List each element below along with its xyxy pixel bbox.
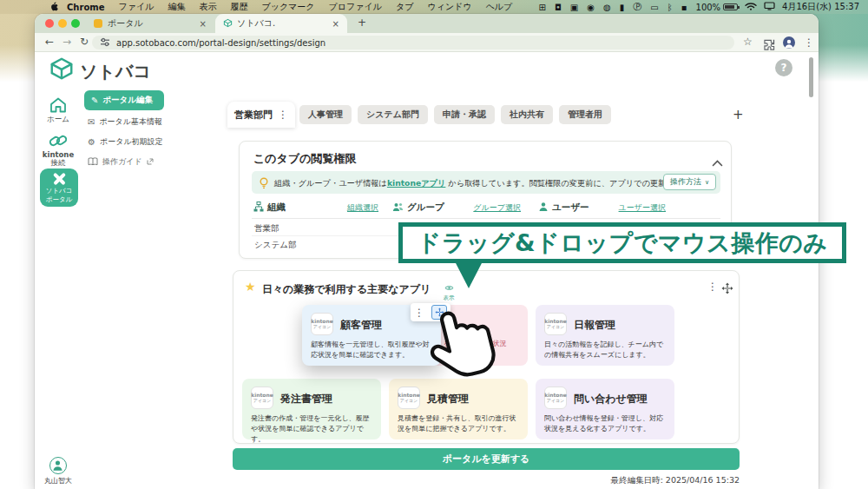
traffic-minimize-button[interactable] (58, 19, 67, 28)
howto-label: 操作方法 (670, 176, 701, 188)
group-select-link[interactable]: グループ選択 (473, 202, 521, 214)
url-text: app.sotobaco.com/portal-design/settings/… (116, 38, 326, 48)
org-row: 営業部 (254, 223, 279, 235)
portal-tab-system[interactable]: システム部門 (358, 105, 428, 124)
close-icon[interactable]: × (332, 19, 339, 29)
menubar-clock[interactable]: 4月16日(水) 15:37 (782, 1, 859, 13)
archive-icon[interactable]: ▣ (570, 3, 578, 12)
card-description: 発注書の作成・管理を一元化し、履歴や状況を簡単に確認できるアプリです。 (251, 413, 375, 445)
browser-tab-sotobaco[interactable]: ソトバコ. × (215, 14, 347, 33)
menubar-item-edit[interactable]: 編集 (161, 1, 192, 13)
info-icon[interactable]: ◍ (603, 3, 611, 12)
user-select-link[interactable]: ユーザー選択 (619, 202, 666, 214)
new-tab-icon[interactable]: + (358, 17, 366, 29)
profile-avatar[interactable] (783, 36, 795, 49)
user-label: ユーザー (552, 202, 589, 214)
app-card-daily-report[interactable]: kintoneアイコン 日報管理 日々の活動報告を記録し、チーム内での情報共有を… (536, 305, 674, 366)
kintone-app-link[interactable]: kintoneアプリ (387, 178, 445, 188)
page-scrollbar[interactable] (809, 57, 813, 97)
bookmark-star-icon[interactable]: ☆ (743, 36, 753, 48)
nav-label: 操作ガイド (102, 156, 142, 168)
parallels-icon[interactable]: Ⓟ (633, 1, 641, 13)
chevron-down-icon: ∨ (705, 179, 709, 186)
nav-item-portal-edit[interactable]: ✎ ポータル編集 (84, 90, 164, 110)
update-portal-button[interactable]: ポータルを更新する (233, 448, 740, 470)
sotobaco-favicon (223, 18, 233, 30)
battery-percent: 100% (696, 3, 721, 12)
app-card-purchase-order[interactable]: kintoneアイコン 発注書管理 発注書の作成・管理を一元化し、履歴や状況を簡… (242, 379, 381, 439)
traffic-zoom-button[interactable] (71, 19, 80, 28)
macos-menubar: Chrome ファイル 編集 表示 履歴 ブックマーク プロファイル タブ ウィ… (0, 0, 868, 14)
howto-button[interactable]: 操作方法∨ (663, 174, 716, 190)
organization-icon (253, 202, 264, 214)
traffic-close-button[interactable] (45, 19, 54, 28)
book-icon (88, 157, 98, 168)
app-card-inquiry[interactable]: kintoneアイコン 問い合わせ管理 問い合わせ情報を登録・管理し、対応状況を… (536, 379, 674, 439)
org-select-link[interactable]: 組織選択 (347, 202, 378, 214)
section-menu-icon[interactable]: ⋮ (707, 281, 718, 293)
box-icon[interactable]: ▪ (681, 3, 687, 12)
sidebar-label-portal-1: ソトバコ (40, 187, 78, 195)
badge-line2: アイコン (547, 399, 564, 404)
forward-icon[interactable]: → (62, 36, 71, 48)
nav-item-portal-basic-info[interactable]: ✉ ポータル基本情報 (88, 116, 162, 128)
move-section-icon[interactable] (721, 281, 733, 298)
tab-menu-icon[interactable]: ⋮ (278, 109, 288, 121)
badge-line2: アイコン (313, 325, 331, 330)
sidebar-label-kintone-2: 接続 (35, 158, 82, 169)
keyboard-icon[interactable]: ▭ (650, 3, 658, 12)
menubar-item-history[interactable]: 履歴 (223, 1, 254, 13)
update-portal-label: ポータルを更新する (443, 453, 530, 466)
bluetooth-icon[interactable]: ᛒ (667, 3, 673, 12)
add-portal-tab-icon[interactable]: + (733, 107, 744, 122)
sidecar-icon[interactable]: ▮ (620, 3, 625, 12)
browser-menu-icon[interactable]: ⋮ (804, 36, 814, 49)
notice-text: 組織・グループ・ユーザ情報はkintoneアプリ から取得しています。閲覧権限の… (274, 178, 714, 189)
user-name: 丸山智大 (36, 476, 80, 486)
record-icon[interactable]: ◉ (587, 3, 595, 12)
badge-line2: アイコン (547, 325, 564, 330)
address-bar[interactable]: app.sotobaco.com/portal-design/settings/… (92, 36, 734, 50)
display-icon[interactable] (764, 2, 775, 12)
menubar-app-name[interactable]: Chrome (60, 3, 111, 12)
last-edited-timestamp: 最終編集日時: 2025/04/16 15:32 (479, 475, 740, 486)
nav-label: ポータル基本情報 (99, 116, 162, 128)
menubar-item-view[interactable]: 表示 (192, 1, 223, 13)
wifi-icon[interactable] (745, 2, 757, 12)
panel-title: このタブの閲覧権限 (253, 151, 357, 167)
menubar-item-help[interactable]: ヘルプ (479, 1, 520, 13)
back-icon[interactable]: ← (45, 36, 54, 48)
card-description: 日々の活動報告を記録し、チーム内での情報共有をスムーズにします。 (544, 340, 668, 360)
shield-icon[interactable]: ◘ (555, 3, 562, 12)
apple-icon[interactable] (50, 2, 58, 13)
annotation-callout: ドラッグ&ドロップでマウス操作のみ (398, 222, 846, 263)
badge-line2: アイコン (400, 399, 418, 404)
portal-tab-internal-share[interactable]: 社内共有 (501, 105, 553, 124)
menubar-item-window[interactable]: ウィンドウ (420, 1, 478, 13)
browser-tabstrip: ポータル × ソトバコ. × + (35, 14, 819, 33)
portal-tab-approval[interactable]: 申請・承認 (434, 105, 495, 124)
extensions-icon[interactable] (764, 37, 775, 54)
menubar-item-profiles[interactable]: プロファイル (322, 1, 389, 13)
browser-tab-portal[interactable]: ポータル × (87, 14, 214, 33)
reload-icon[interactable]: ↻ (80, 36, 89, 48)
help-button[interactable]: ? (775, 59, 792, 76)
portal-tab-active-sales[interactable]: 営業部門 ⋮ (227, 102, 295, 128)
portal-tab-admin[interactable]: 管理者用 (559, 105, 611, 124)
menubar-item-tab[interactable]: タブ (389, 1, 420, 13)
org-label: 組織 (267, 202, 286, 214)
close-icon[interactable]: × (200, 19, 207, 29)
menubar-item-file[interactable]: ファイル (111, 1, 161, 13)
user-avatar[interactable] (49, 457, 67, 474)
chevron-up-icon[interactable] (712, 154, 723, 170)
portal-tab-hr[interactable]: 人事管理 (299, 105, 352, 124)
sidebar-label-home: ホーム (35, 115, 82, 125)
tune-icon[interactable] (100, 37, 110, 49)
input-source-icon[interactable]: ⊞ (539, 3, 546, 12)
sidebar-item-sotobaco-portal[interactable]: ソトバコ ポータル (40, 169, 78, 207)
menubar-item-bookmarks[interactable]: ブックマーク (254, 1, 321, 13)
nav-item-portal-initial-settings[interactable]: ⚙ ポータル初期設定 (88, 136, 163, 148)
nav-item-operation-guide[interactable]: 操作ガイド (88, 156, 154, 168)
kintone-icon-badge: kintoneアイコン (398, 387, 420, 409)
portal-tabs-row: 人事管理 システム部門 申請・承認 社内共有 管理者用 (299, 105, 611, 124)
